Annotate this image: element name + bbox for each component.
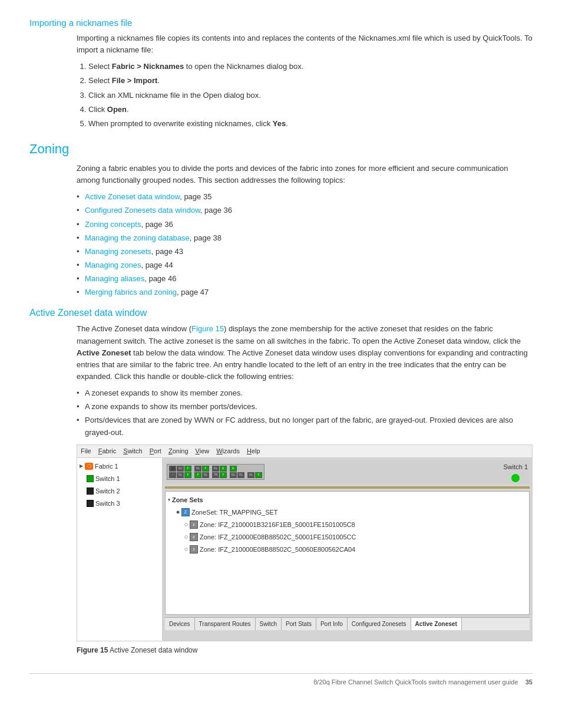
step-3: Click an XML nickname file in the Open d… [88, 90, 533, 101]
zoning-link-4-anchor[interactable]: Managing the zoning database [85, 233, 190, 242]
switch3-icon [87, 500, 94, 507]
zone-icon-2: z [190, 533, 198, 541]
tab-active-zoneset[interactable]: Active Zoneset [411, 618, 462, 631]
figure-left-panel: ▶ ⬡ Fabric 1 Switch 1 Switch 2 Swit [77, 458, 163, 641]
tree-item-switch3: Switch 3 [87, 498, 160, 510]
figure-body: ▶ ⬡ Fabric 1 Switch 1 Switch 2 Swit [77, 458, 532, 641]
zoning-link-3: Zoning concepts, page 36 [77, 219, 533, 230]
menu-fabric[interactable]: Fabric [98, 446, 117, 456]
switch-diagram: ⬛ GL F GL F GL E E [167, 464, 265, 480]
importing-intro: Importing a nicknames file copies its co… [77, 32, 533, 56]
zoning-link-8: Merging fabrics and zoning, page 47 [77, 286, 533, 298]
switch1-label: Switch 1 [95, 474, 120, 484]
menu-file[interactable]: File [81, 446, 91, 456]
step-1: Select Fabric > Nicknames to open the Ni… [88, 61, 533, 73]
zoneset-icon: Z [181, 508, 190, 516]
footer-page: 35 [525, 678, 533, 686]
tab-devices[interactable]: Devices [165, 618, 195, 631]
page-footer: 8/20q Fibre Channel Switch QuickTools sw… [29, 673, 533, 686]
zoning-link-4: Managing the zoning database, page 38 [77, 232, 533, 244]
bullet-1: A zoneset expands to show its member zon… [77, 387, 533, 399]
step-2-bold: File > Import [112, 76, 158, 85]
zoneset-label: ZoneSet: TR_MAPPING_SET [191, 508, 278, 518]
zoning-link-6: Managing zones, page 44 [77, 259, 533, 271]
figure-tabs: Devices Transparent Routes Switch Port S… [165, 617, 530, 631]
zone-set-tr-mapping: ◆ Z ZoneSet: TR_MAPPING_SET [176, 506, 527, 519]
tree-item-switch1: Switch 1 [87, 473, 160, 485]
figure-15-link[interactable]: Figure 15 [191, 324, 224, 333]
zoning-link-2-anchor[interactable]: Configured Zonesets data window [85, 206, 200, 215]
tab-port-info[interactable]: Port Info [316, 618, 348, 631]
figure-caption: Figure 15 Active Zoneset data window [77, 645, 533, 656]
zoning-link-1: Active Zoneset data window, page 35 [77, 191, 533, 203]
step-4: Click Open. [88, 104, 533, 116]
zoning-link-6-anchor[interactable]: Managing zones [85, 261, 141, 269]
importing-steps-list: Select Fabric > Nicknames to open the Ni… [88, 61, 533, 130]
zoning-link-2: Configured Zonesets data window, page 36 [77, 205, 533, 216]
menu-zoning[interactable]: Zoning [168, 446, 189, 456]
switch-1-label-right: Switch 1 [503, 462, 528, 472]
tab-transparent-routes[interactable]: Transparent Routes [195, 618, 256, 631]
step-5-bold: Yes [273, 119, 286, 128]
fabric-icon: ⬡ [85, 463, 93, 470]
expand-arrow-z2: ◇ [184, 533, 188, 541]
active-zoneset-bold: Active Zoneset [77, 348, 131, 357]
zoning-links-list: Active Zoneset data window, page 35 Conf… [77, 191, 533, 298]
zone-label-1: Zone: IFZ_2100001B3216F1EB_50001FE150100… [200, 520, 355, 530]
zone-item-3: ◇ z Zone: IFZ_210000E08B88502C_50060E800… [184, 543, 527, 556]
step-4-bold: Open [107, 105, 127, 114]
expand-arrow-fabric: ▶ [80, 463, 83, 470]
fabric-1-label: Fabric 1 [95, 462, 118, 472]
active-zoneset-bullets: A zoneset expands to show its member zon… [77, 387, 533, 439]
switch2-icon [87, 487, 94, 495]
tab-switch[interactable]: Switch [256, 618, 282, 631]
switch-label-dot: Switch 1 [503, 462, 528, 482]
tab-configured-zonesets[interactable]: Configured Zonesets [348, 618, 411, 631]
figure-15: File Fabric Switch Port Zoning View Wiza… [77, 444, 533, 641]
step-1-bold: Fabric > Nicknames [112, 62, 184, 71]
bullet-2: A zone expands to show its member ports/… [77, 401, 533, 413]
step-2: Select File > Import. [88, 75, 533, 87]
active-zoneset-heading: Active Zoneset data window [29, 308, 533, 318]
tree-item-switch2: Switch 2 [87, 485, 160, 498]
active-zoneset-para: The Active Zoneset data window (Figure 1… [77, 323, 533, 383]
zone-expand-root: ♦ [168, 496, 170, 503]
switch2-label: Switch 2 [95, 486, 120, 496]
figure-right-panel: ⬛ GL F GL F GL E E [163, 458, 532, 641]
zoning-link-7-anchor[interactable]: Managing aliases [85, 274, 144, 283]
figure-caption-bold: Figure 15 [77, 646, 108, 654]
zoning-intro: Zoning a fabric enables you to divide th… [77, 163, 533, 186]
menu-switch[interactable]: Switch [123, 446, 142, 456]
zoning-link-7: Managing aliases, page 46 [77, 273, 533, 285]
expand-arrow-z3: ◇ [184, 546, 188, 553]
zone-item-2: ◇ z Zone: IFZ_210000E08B88502C_50001FE15… [184, 531, 527, 543]
zone-icon-1: z [190, 521, 198, 529]
switch-visual-top: ⬛ GL F GL F GL E E [165, 460, 530, 484]
switch3-label: Switch 3 [95, 499, 120, 509]
separator-line [165, 486, 530, 489]
menu-port[interactable]: Port [150, 446, 161, 456]
zone-label-2: Zone: IFZ_210000E08B88502C_50001FE150100… [200, 532, 356, 542]
zone-item-1: ◇ z Zone: IFZ_2100001B3216F1EB_50001FE15… [184, 519, 527, 531]
zoning-link-1-anchor[interactable]: Active Zoneset data window [85, 192, 180, 201]
menu-help[interactable]: Help [247, 446, 260, 456]
menu-wizards[interactable]: Wizards [216, 446, 240, 456]
figure-menubar: File Fabric Switch Port Zoning View Wiza… [77, 445, 532, 458]
tree-item-fabric1: ▶ ⬡ Fabric 1 [80, 460, 160, 473]
step-5: When prompted to overwrite existing nick… [88, 118, 533, 130]
zoning-link-8-anchor[interactable]: Merging fabrics and zoning [85, 288, 177, 297]
menu-view[interactable]: View [196, 446, 210, 456]
expand-arrow-z1: ◇ [184, 521, 188, 528]
zone-sets-header: ♦ Zone Sets [168, 494, 527, 506]
zoning-link-5: Managing zonesets, page 43 [77, 246, 533, 258]
zoning-link-5-anchor[interactable]: Managing zonesets [85, 247, 151, 256]
zoning-link-3-anchor[interactable]: Zoning concepts [85, 220, 141, 229]
bullet-3: Ports/devices that are zoned by WWN or F… [77, 414, 533, 438]
tab-port-stats[interactable]: Port Stats [282, 618, 316, 631]
zone-icon-3: z [190, 545, 198, 554]
switch-1-dot [511, 474, 520, 482]
footer-text: 8/20q Fibre Channel Switch QuickTools sw… [313, 678, 533, 686]
zoning-heading: Zoning [29, 141, 533, 157]
figure-caption-text: Active Zoneset data window [108, 646, 197, 654]
zone-sets-area: ♦ Zone Sets ◆ Z ZoneSet: TR_MAPPING_SET … [165, 491, 530, 615]
